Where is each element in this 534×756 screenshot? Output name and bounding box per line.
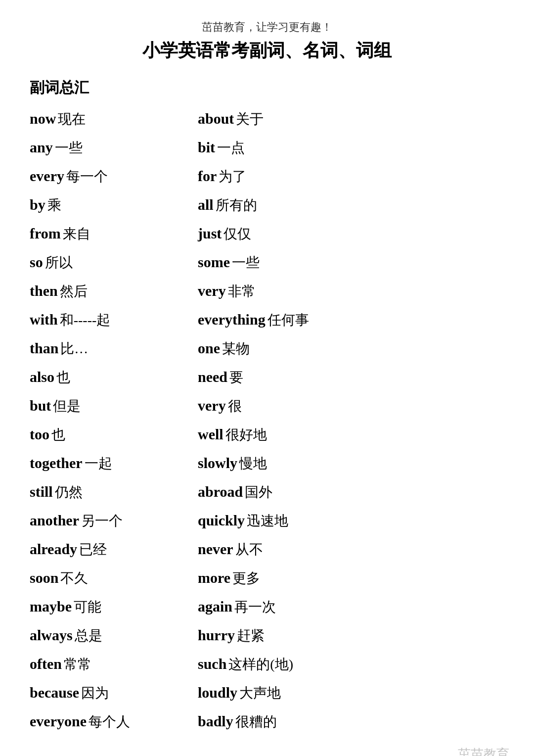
vocab-row: also也need要 <box>30 365 504 389</box>
vocab-english: loudly <box>198 681 237 705</box>
vocab-english: too <box>30 423 49 446</box>
vocab-entry: about关于 <box>198 107 336 131</box>
vocab-english: always <box>30 623 73 647</box>
vocab-chinese: 要 <box>229 367 243 389</box>
vocab-chinese: 一些 <box>55 137 83 159</box>
vocab-english: another <box>30 509 79 532</box>
vocab-row: too也well很好地 <box>30 423 504 446</box>
vocab-chinese: 赶紧 <box>237 625 265 647</box>
vocab-chinese: 这样的(地) <box>228 654 293 676</box>
vocab-entry: too也 <box>30 423 168 446</box>
vocab-english: such <box>198 652 226 676</box>
vocab-row: already已经never从不 <box>30 537 504 561</box>
vocab-english: some <box>198 250 230 274</box>
main-title: 小学英语常考副词、名词、词组 <box>30 39 504 63</box>
vocab-english: about <box>198 107 234 131</box>
vocab-chinese: 每一个 <box>66 166 108 188</box>
vocab-entry: just仅仅 <box>198 222 336 245</box>
vocab-entry: everything任何事 <box>198 308 336 331</box>
vocab-row: maybe可能again再一次 <box>30 595 504 618</box>
vocab-chinese: 也 <box>56 367 70 389</box>
vocab-entry: very非常 <box>198 279 336 303</box>
vocab-english: still <box>30 480 53 504</box>
vocab-chinese: 仍然 <box>55 481 83 504</box>
vocab-english: slowly <box>198 451 237 475</box>
vocab-entry: always总是 <box>30 623 168 647</box>
vocab-chinese: 再一次 <box>234 596 276 618</box>
vocab-entry: need要 <box>198 365 336 389</box>
vocab-english: quickly <box>198 509 245 532</box>
vocab-chinese: 所有的 <box>216 194 257 217</box>
vocab-english: abroad <box>198 480 243 504</box>
vocab-entry: together一起 <box>30 451 168 475</box>
vocab-english: but <box>30 394 51 418</box>
vocab-chinese: 很糟的 <box>235 711 277 733</box>
vocab-english: more <box>198 566 230 590</box>
vocab-entry: quickly迅速地 <box>198 509 336 532</box>
vocab-english: very <box>198 394 226 418</box>
vocab-entry: abroad国外 <box>198 480 336 504</box>
vocab-english: often <box>30 652 62 676</box>
vocab-chinese: 慢地 <box>239 453 267 475</box>
vocab-chinese: 可能 <box>74 596 101 618</box>
vocab-row: but但是very很 <box>30 394 504 418</box>
vocab-entry: any一些 <box>30 136 168 159</box>
vocab-row: another另一个quickly迅速地 <box>30 509 504 532</box>
vocab-row: always总是hurry赶紧 <box>30 623 504 647</box>
vocab-row: every每一个for为了 <box>30 164 504 188</box>
vocab-english: maybe <box>30 595 72 618</box>
vocab-english: everyone <box>30 709 87 733</box>
vocab-english: from <box>30 222 61 245</box>
vocab-english: now <box>30 107 56 131</box>
vocab-entry: also也 <box>30 365 168 389</box>
vocab-chinese: 因为 <box>81 682 109 705</box>
vocab-english: need <box>198 365 227 389</box>
vocab-english: every <box>30 164 64 188</box>
vocab-entry: with和-----起 <box>30 308 168 331</box>
vocab-entry: such这样的(地) <box>198 652 336 676</box>
vocab-english: then <box>30 279 58 303</box>
vocab-english: any <box>30 136 53 159</box>
vocab-chinese: 所以 <box>45 252 73 274</box>
vocab-row: from来自just仅仅 <box>30 222 504 245</box>
vocab-entry: for为了 <box>198 164 336 188</box>
vocab-entry: again再一次 <box>198 595 336 618</box>
vocab-english: everything <box>198 308 266 331</box>
vocab-entry: because因为 <box>30 681 168 705</box>
vocab-chinese: 很 <box>228 395 242 418</box>
vocab-entry: one某物 <box>198 336 336 360</box>
vocab-chinese: 关于 <box>236 108 264 131</box>
vocab-entry: badly很糟的 <box>198 709 336 733</box>
vocab-english: so <box>30 250 43 274</box>
vocab-row: everyone每个人badly很糟的 <box>30 709 504 733</box>
vocab-chinese: 现在 <box>58 108 86 131</box>
vocab-chinese: 常常 <box>64 654 91 676</box>
vocab-chinese: 某物 <box>222 338 250 360</box>
vocab-chinese: 但是 <box>53 395 81 418</box>
vocab-entry: already已经 <box>30 537 168 561</box>
vocab-english: one <box>198 336 220 360</box>
vocab-entry: often常常 <box>30 652 168 676</box>
vocab-chinese: 乘 <box>47 194 61 217</box>
vocab-row: so所以some一些 <box>30 250 504 274</box>
vocab-row: often常常such这样的(地) <box>30 652 504 676</box>
vocab-chinese: 非常 <box>228 281 256 303</box>
vocab-entry: so所以 <box>30 250 168 274</box>
vocab-entry: hurry赶紧 <box>198 623 336 647</box>
vocab-entry: then然后 <box>30 279 168 303</box>
vocab-row: now现在about关于 <box>30 107 504 131</box>
vocab-chinese: 不久 <box>60 567 88 590</box>
vocab-english: by <box>30 193 45 217</box>
vocab-chinese: 大声地 <box>239 682 281 705</box>
vocab-english: because <box>30 681 79 705</box>
vocab-entry: by乘 <box>30 193 168 217</box>
vocab-entry: never从不 <box>198 537 336 561</box>
vocab-chinese: 国外 <box>245 481 272 504</box>
vocab-entry: but但是 <box>30 394 168 418</box>
vocab-entry: bit一点 <box>198 136 336 159</box>
vocab-row: still仍然abroad国外 <box>30 480 504 504</box>
vocab-english: also <box>30 365 54 389</box>
vocab-english: well <box>198 423 223 446</box>
vocab-entry: well很好地 <box>198 423 336 446</box>
vocab-english: together <box>30 451 83 475</box>
